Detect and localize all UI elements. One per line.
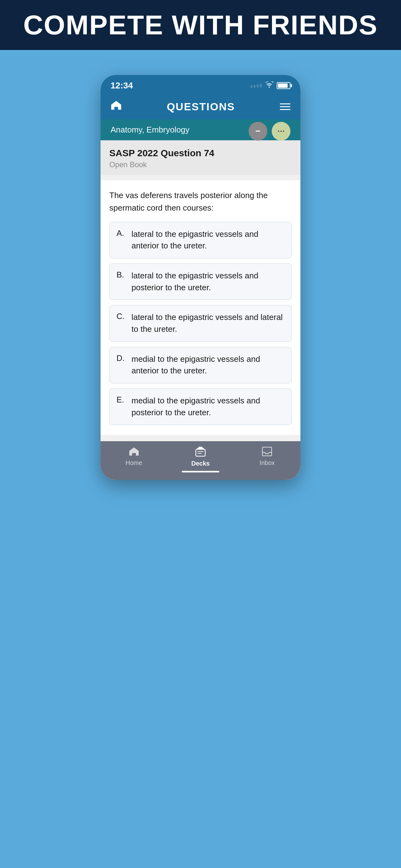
menu-icon[interactable] [280,103,291,110]
tab-inbox-label: Inbox [260,459,275,466]
answer-option-b[interactable]: B. lateral to the epigastric vessels and… [109,264,292,300]
answer-text-c: lateral to the epigastric vessels and la… [132,312,285,335]
answer-option-d[interactable]: D. medial to the epigastric vessels and … [109,347,292,383]
phone-frame: 12:34 [101,75,300,480]
content-area: SASP 2022 Question 74 Open Book The vas … [101,140,300,441]
minus-button[interactable]: − [248,122,267,141]
decks-tab-icon [195,447,206,458]
svg-rect-5 [262,447,272,456]
answer-letter-e: E. [116,395,127,405]
home-tab-icon [129,447,139,458]
svg-rect-2 [198,447,203,448]
tab-bar: Home Decks [101,441,300,480]
inbox-tab-icon [262,447,272,458]
top-banner: COMPETE WITH FRIENDS [0,0,401,50]
tab-decks-label: Decks [192,460,210,467]
answer-text-e: medial to the epigastric vessels and pos… [132,395,285,418]
answer-text-b: lateral to the epigastric vessels and po… [132,270,285,293]
tab-home[interactable]: Home [101,447,167,466]
question-body: The vas deferens travels posterior along… [101,180,300,435]
category-label: Anatomy, Embryology [110,125,189,135]
answer-letter-d: D. [116,353,127,363]
category-buttons: − ··· [248,122,291,141]
question-text: The vas deferens travels posterior along… [109,189,292,214]
wifi-icon [265,82,274,90]
answer-text-d: medial to the epigastric vessels and ant… [132,353,285,377]
answer-letter-a: A. [116,228,127,238]
svg-rect-0 [196,449,205,456]
answer-letter-c: C. [116,312,127,321]
question-header: SASP 2022 Question 74 Open Book [101,140,300,175]
answer-option-e[interactable]: E. medial to the epigastric vessels and … [109,389,292,425]
nav-bar: QUESTIONS [101,94,300,119]
answer-text-a: lateral to the epigastric vessels and an… [132,228,285,252]
nav-home-icon[interactable] [110,100,122,113]
more-button[interactable]: ··· [272,122,291,141]
svg-rect-1 [197,448,204,449]
tab-inbox[interactable]: Inbox [234,447,300,466]
status-icons [250,82,291,90]
background-area: 12:34 [0,50,401,868]
banner-title: COMPETE WITH FRIENDS [23,9,377,41]
question-subtitle: Open Book [109,160,292,169]
battery-icon [277,82,291,89]
status-bar: 12:34 [101,75,300,94]
answer-option-c[interactable]: C. lateral to the epigastric vessels and… [109,305,292,342]
category-bar: Anatomy, Embryology − ··· [101,119,300,140]
answer-option-a[interactable]: A. lateral to the epigastric vessels and… [109,222,292,258]
tab-decks-indicator [167,470,234,472]
signal-icon [250,84,262,88]
status-time: 12:34 [110,81,133,91]
question-title: SASP 2022 Question 74 [109,148,292,158]
tab-decks[interactable]: Decks [167,447,234,472]
answer-letter-b: B. [116,270,127,280]
tab-home-label: Home [126,459,142,466]
nav-title: QUESTIONS [167,101,235,113]
